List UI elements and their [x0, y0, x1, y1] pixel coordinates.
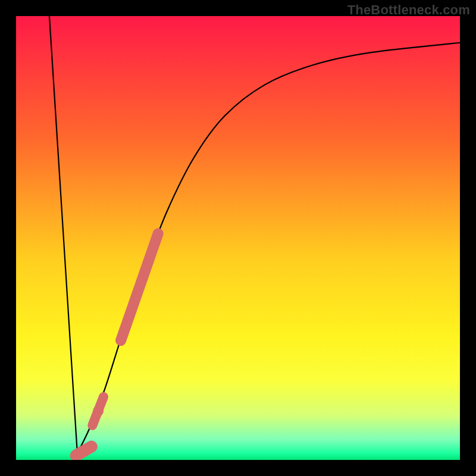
chart-svg — [16, 16, 460, 460]
svg-line-3 — [76, 447, 92, 456]
plot-area — [16, 16, 460, 460]
gradient-background — [16, 16, 460, 460]
watermark-text: TheBottleneck.com — [347, 2, 470, 18]
outer-frame: TheBottleneck.com — [0, 0, 476, 476]
